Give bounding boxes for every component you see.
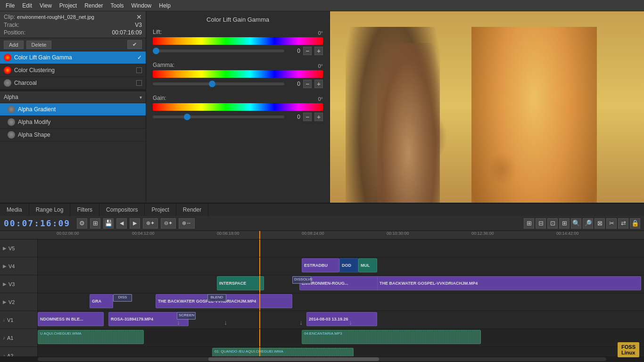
gamma-slider[interactable] [153, 82, 284, 85]
track-v2-content[interactable]: GRA THE BACKWATER GOSPEL-VVKDRIACHJM.MP4… [38, 293, 644, 311]
ruler-playhead [259, 231, 260, 239]
filter-checkbox-charcoal[interactable] [136, 80, 142, 86]
timeline-snap-button[interactable]: ⊞ [90, 218, 100, 229]
v4-clip-estradbu[interactable]: ESTRADBU [302, 258, 339, 272]
v2-clip-gra[interactable]: GRA [90, 294, 113, 308]
v5-playhead [259, 239, 260, 257]
menu-tools[interactable]: Tools [107, 1, 128, 10]
a1-clip-encantaria[interactable]: 04:ENCANTARIA.MP3 [302, 330, 481, 344]
position-value: 00:07:16:09 [112, 29, 142, 36]
timeline-zoom-in-2[interactable]: 🔎 [583, 218, 593, 229]
v2-playhead [259, 293, 260, 311]
tab-range-log[interactable]: Range Log [29, 203, 71, 216]
filter-item-color-lift[interactable]: Color Lift Gain Gamma ✓ [0, 51, 146, 64]
tab-compositors[interactable]: Compositors [99, 203, 145, 216]
timeline-settings-button[interactable]: ⚙ [77, 218, 87, 229]
alpha-label-shape: Alpha Shape [18, 132, 50, 138]
timeline-nav-next[interactable]: ▶ [130, 218, 140, 229]
v2-transition-blend: BLEND [207, 294, 226, 302]
menu-window[interactable]: Window [128, 1, 156, 10]
timeline-transition-tool[interactable]: ⇄ [618, 218, 628, 229]
bottom-area: Media Range Log Filters Compositors Proj… [0, 203, 644, 362]
filter-checkbox-clustering[interactable] [136, 67, 142, 73]
timeline-tool-2[interactable]: ⊟ [536, 218, 546, 229]
track-header-v3: ▶ V3 [0, 275, 38, 293]
gamma-section: Gamma: 0° 0 − + [153, 62, 323, 88]
foss-watermark: FOSSLinux [618, 342, 639, 357]
v1-arrow-2: ↓ [224, 319, 227, 326]
tab-project[interactable]: Project [145, 203, 176, 216]
track-a1-label: A1 [7, 335, 13, 341]
lift-increase-button[interactable]: + [314, 47, 323, 55]
timeline-tool-4[interactable]: ⊞ [559, 218, 570, 229]
track-v3-content[interactable]: INTERSPACE ENVIRONMEN-ROUG... THE BACKWA… [38, 275, 644, 293]
track-v5-content[interactable] [38, 239, 644, 257]
v1-clip-randomness[interactable]: NDOMNESS IN BLE... [38, 312, 104, 326]
a1-clip-aqui[interactable]: U AQUI.CHEGUEI.WMA [38, 330, 144, 344]
alpha-label-modify: Alpha Modify [18, 119, 50, 125]
tab-render[interactable]: Render [176, 203, 208, 216]
menu-render[interactable]: Render [81, 1, 107, 10]
track-a2-content[interactable]: 01: QUANDO /EU AQUI.CHEGUEI.WMA [38, 347, 644, 356]
track-v4-content[interactable]: ESTRADBU DOD MUL [38, 257, 644, 275]
track-a1-content[interactable]: U AQUI.CHEGUEI.WMA 04:ENCANTARIA.MP3 [38, 329, 644, 346]
filter-active-check: ✓ [137, 54, 142, 61]
v4-clip-mul[interactable]: MUL [358, 258, 377, 272]
track-v2: ▶ V2 GRA THE BACKWATER GOSPEL-VVKDRIACHJ… [0, 293, 644, 311]
lift-decrease-button[interactable]: − [303, 47, 312, 55]
color-lift-icon [4, 54, 11, 61]
color-clustering-icon [4, 66, 11, 74]
v3-clip-interspace[interactable]: INTERSPACE [217, 276, 264, 290]
a1-clip-label: U AQUI.CHEGUEI.WMA [40, 331, 82, 336]
timeline-remove-marker[interactable]: ⊖✦ [161, 218, 176, 229]
tab-media[interactable]: Media [0, 203, 29, 216]
add-filter-button[interactable]: Add [4, 41, 24, 49]
filter-item-charcoal[interactable]: Charcoal [0, 77, 146, 90]
a1-playhead [259, 329, 260, 346]
gamma-increase-button[interactable]: + [314, 80, 323, 88]
scrollbar-thumb[interactable] [208, 357, 379, 361]
v4-clip-dod[interactable]: DOD [339, 258, 358, 272]
timeline-fit[interactable]: ⊠ [594, 218, 605, 229]
alpha-filter-shape[interactable]: Alpha Shape [0, 129, 146, 141]
timeline-add-marker[interactable]: ⊕✦ [143, 218, 158, 229]
ruler-mark-3: 00:06:18:00 [217, 231, 239, 236]
timeline-clip-tool[interactable]: ✂ [606, 218, 617, 229]
timeline-tool-3[interactable]: ⊡ [547, 218, 558, 229]
confirm-filter-button[interactable]: ✔ [127, 40, 142, 49]
gain-angle: 0° [318, 96, 323, 102]
gain-color-bar [153, 103, 323, 111]
menu-view[interactable]: View [36, 1, 56, 10]
menu-project[interactable]: Project [56, 1, 81, 10]
gain-slider[interactable] [153, 115, 284, 118]
menu-edit[interactable]: Edit [18, 1, 36, 10]
alpha-filter-modify[interactable]: Alpha Modify [0, 116, 146, 129]
menu-file[interactable]: File [2, 1, 18, 10]
timeline-tool-1[interactable]: ⊞ [524, 218, 534, 229]
timeline-save-button[interactable]: 💾 [103, 218, 114, 229]
timeline-zoom-out[interactable]: 🔍 [571, 218, 581, 229]
lift-slider[interactable] [153, 49, 284, 52]
timeline-nav-prev[interactable]: ◀ [116, 218, 127, 229]
tab-filters[interactable]: Filters [70, 203, 99, 216]
close-clip-button[interactable]: ✕ [136, 13, 142, 21]
track-a2: ♪ A2 01: QUANDO /EU AQUI.CHEGUEI.WMA [0, 347, 644, 356]
alpha-dropdown-arrow: ▾ [140, 95, 142, 100]
alpha-filter-gradient[interactable]: Alpha Gradient [0, 103, 146, 116]
gamma-decrease-button[interactable]: − [303, 80, 312, 88]
timeline-link-button[interactable]: ⊕↔ [179, 218, 195, 229]
track-v1-content[interactable]: NDOMNESS IN BLE... ROSA-31894179.MP4 201… [38, 311, 644, 329]
v1-clip-date[interactable]: 2014-08-03 13.19.26 [306, 312, 377, 326]
alpha-section-header[interactable]: Alpha ▾ [0, 90, 146, 103]
menu-help[interactable]: Help [155, 1, 174, 10]
filter-item-color-clustering[interactable]: Color Clustering [0, 64, 146, 77]
v3-clip-backwater[interactable]: THE BACKWATER GOSPEL-VVKDRIACHJM.MP4 [377, 276, 641, 290]
timeline-lock[interactable]: 🔒 [630, 218, 640, 229]
gain-increase-button[interactable]: + [314, 113, 323, 121]
timeline-scrollbar[interactable] [0, 356, 644, 362]
a2-clip-quando[interactable]: 01: QUANDO /EU AQUI.CHEGUEI.WMA [212, 348, 354, 356]
delete-filter-button[interactable]: Delete [26, 41, 52, 49]
gain-decrease-button[interactable]: − [303, 113, 312, 121]
scrollbar-track[interactable] [38, 357, 606, 361]
track-v4-icon: ▶ [3, 263, 7, 269]
